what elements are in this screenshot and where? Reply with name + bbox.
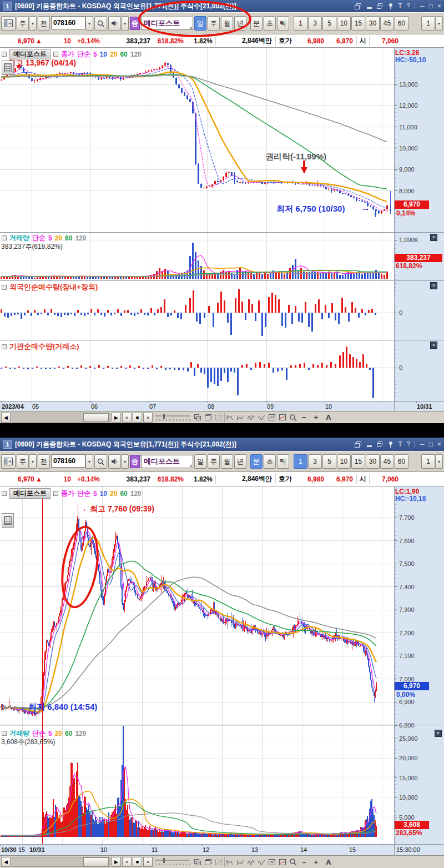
auto-scale-button[interactable]: A (322, 413, 334, 423)
forward-icon[interactable]: » (143, 857, 153, 867)
chevron-down-icon[interactable]: ▼ (29, 454, 37, 469)
minute-15-button[interactable]: 15 (351, 16, 365, 31)
minute-3-button[interactable]: 3 (308, 16, 322, 31)
tab-second[interactable]: 초 (264, 454, 276, 469)
pin-icon[interactable] (388, 441, 393, 448)
zoom-icon[interactable] (288, 857, 297, 867)
minute-45-button[interactable]: 45 (380, 454, 394, 469)
legend-checkbox[interactable] (2, 52, 7, 57)
tab-yearly[interactable]: 년 (234, 16, 246, 31)
close-pane-icon[interactable]: × (430, 342, 437, 349)
minute-45-button[interactable]: 45 (380, 16, 394, 31)
peak-line-icon[interactable] (224, 413, 234, 422)
chevron-down-icon[interactable]: ▼ (121, 16, 129, 31)
stop-icon[interactable]: ■ (133, 857, 142, 867)
minute-10-button[interactable]: 10 (337, 16, 351, 31)
legend-checkbox[interactable] (2, 235, 7, 240)
mini-chart-icon[interactable] (278, 857, 287, 867)
speaker-icon[interactable] (108, 16, 121, 31)
chevron-down-icon[interactable]: ▼ (121, 454, 129, 469)
annotate-chart-icon[interactable] (267, 413, 276, 422)
legend-checkbox[interactable] (2, 285, 7, 290)
tab-minute[interactable]: 분 (250, 16, 263, 31)
tab-yearly[interactable]: 년 (234, 454, 246, 469)
search-icon[interactable] (94, 16, 107, 31)
rewind-icon[interactable]: « (122, 857, 132, 867)
close-pane-icon[interactable]: × (435, 730, 442, 737)
tab-monthly[interactable]: 월 (221, 454, 233, 469)
minute-30-button[interactable]: 30 (366, 454, 380, 469)
legend-checkbox[interactable] (2, 491, 7, 496)
period-quick-button[interactable]: 주 (17, 16, 29, 31)
minimize-panel-icon[interactable] (366, 3, 372, 9)
jeon-button[interactable]: 전 (38, 454, 50, 469)
scroll-left-icon[interactable]: ◀ (1, 413, 11, 423)
scrollbar-thumb[interactable] (83, 413, 109, 422)
play-icon[interactable]: ▶ (112, 413, 121, 423)
minute-5-button[interactable]: 5 (322, 454, 336, 469)
chevron-down-icon[interactable]: ▼ (85, 454, 93, 469)
tab-weekly[interactable]: 주 (208, 16, 220, 31)
select-area-icon[interactable] (214, 857, 223, 867)
chevron-down-icon[interactable]: ▼ (29, 16, 37, 31)
tab-tick[interactable]: 틱 (277, 454, 289, 469)
search-icon[interactable] (94, 454, 107, 469)
jeon-button[interactable]: 전 (38, 16, 50, 31)
zoom-out-button[interactable]: − (299, 857, 310, 867)
grid-settings-icon[interactable] (2, 61, 14, 75)
grid-settings-icon[interactable] (2, 513, 14, 528)
layout-icon[interactable] (1, 454, 16, 469)
tab-tick[interactable]: 틱 (277, 16, 289, 31)
legend-checkbox[interactable] (53, 52, 58, 57)
minute-15-button[interactable]: 15 (351, 454, 365, 469)
popout-icon[interactable] (355, 3, 361, 9)
mini-chart-icon[interactable] (278, 413, 287, 422)
minute-5-button[interactable]: 5 (322, 16, 336, 31)
tab-daily[interactable]: 일 (194, 454, 206, 469)
layout-icon[interactable] (1, 16, 16, 31)
maximize-icon[interactable]: □ (429, 441, 433, 448)
stock-name-field[interactable]: 메디포스트 (141, 17, 193, 30)
stock-name-field[interactable]: 메디포스트 (141, 455, 193, 468)
cascade-windows-icon[interactable] (203, 857, 213, 867)
play-icon[interactable]: ▶ (112, 857, 121, 867)
zoom-slider[interactable] (154, 857, 191, 867)
chevron-down-icon[interactable]: ▼ (85, 16, 93, 31)
minute-3-button[interactable]: 3 (308, 454, 322, 469)
text-tool-icon[interactable]: T (398, 3, 402, 9)
minute-60-button[interactable]: 60 (395, 16, 408, 31)
minute-1-button[interactable]: 1 (294, 16, 307, 31)
h-scrollbar[interactable] (12, 413, 110, 423)
speaker-icon[interactable] (108, 454, 121, 469)
custom-minute-value[interactable]: 1 (421, 16, 435, 31)
zigzag-line-icon[interactable] (246, 413, 255, 422)
chevron-down-icon[interactable]: ▼ (435, 454, 443, 469)
zoom-out-button[interactable]: − (299, 413, 310, 423)
minute-10-button[interactable]: 10 (337, 454, 351, 469)
peak-line-icon[interactable] (224, 857, 234, 867)
minute-chart-canvas[interactable]: 7,7007,6007,5007,4007,3007,2007,1007,000… (0, 486, 444, 855)
zoom-slider[interactable] (154, 413, 191, 422)
scrollbar-thumb[interactable] (83, 857, 109, 866)
legend-checkbox[interactable] (53, 491, 58, 496)
stock-code-input[interactable] (51, 16, 85, 29)
forward-icon[interactable]: » (143, 413, 153, 423)
close-icon[interactable]: × (437, 441, 441, 448)
wave-line-icon[interactable] (256, 857, 266, 867)
valley-line-icon[interactable] (235, 413, 245, 422)
minute-60-button[interactable]: 60 (395, 454, 408, 469)
pin-icon[interactable] (388, 3, 393, 9)
tab-minute[interactable]: 분 (250, 454, 263, 469)
h-scrollbar[interactable] (12, 857, 110, 867)
stock-code-input[interactable] (51, 454, 85, 468)
title-bar[interactable]: 1 [0600] 키움종합차트 - KOSDAQ 외국인보유[1,771(천)]… (0, 438, 444, 451)
legend-checkbox[interactable] (2, 731, 7, 736)
select-area-icon[interactable] (214, 413, 223, 422)
period-quick-button[interactable]: 주 (17, 454, 29, 469)
minute-30-button[interactable]: 30 (366, 16, 380, 31)
custom-minute-value[interactable]: 1 (421, 454, 435, 469)
copy-window-icon[interactable] (193, 413, 202, 422)
tab-monthly[interactable]: 월 (221, 16, 233, 31)
help-icon[interactable]: ? (407, 3, 411, 9)
tab-daily[interactable]: 일 (194, 16, 206, 31)
